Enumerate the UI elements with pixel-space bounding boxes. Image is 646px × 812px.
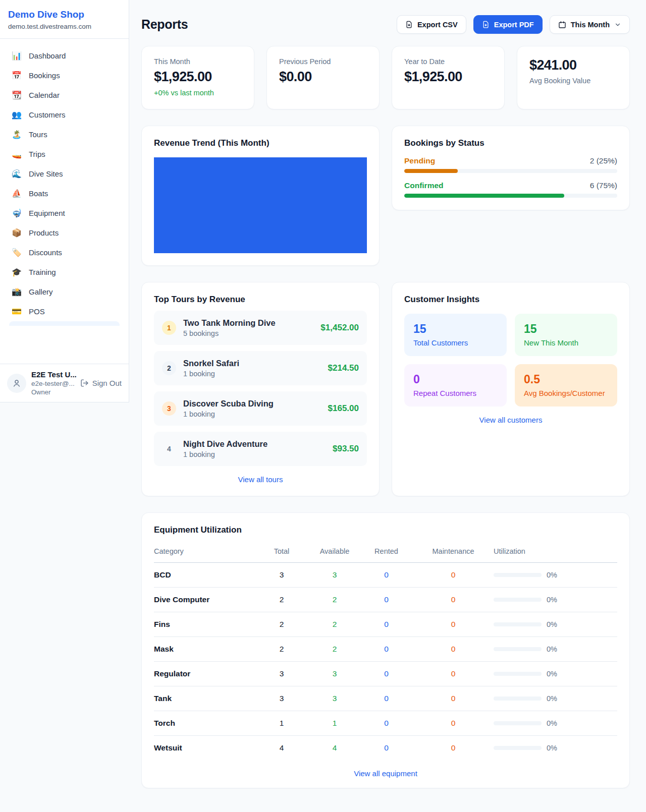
sidebar-item-bookings[interactable]: 📅 Bookings [6,66,123,85]
utilization-cell: 0% [494,596,617,604]
sidebar-item-label: Training [29,268,56,276]
sidebar-item-label: Dashboard [29,51,66,60]
sidebar-item-label: Tours [29,130,47,139]
stat-card-this-month: This Month $1,925.00 +0% vs last month [141,46,254,109]
sidebar-item-boats[interactable]: ⛵ Boats [6,184,123,203]
sign-out-button[interactable]: Sign Out [80,379,122,387]
sidebar-item-dashboard[interactable]: 📊 Dashboard [6,46,123,66]
utilization-bar [494,672,542,676]
insights-row: Top Tours by Revenue 1 Two Tank Morning … [141,282,630,496]
sidebar-item-tours[interactable]: 🏝️ Tours [6,125,123,144]
utilization-bar [494,573,542,577]
equipment-available: 3 [309,686,360,711]
sidebar-nav: 📊 Dashboard 📅 Bookings 📆 Calendar 👥 Cust… [0,39,129,356]
sidebar-item-gallery[interactable]: 📸 Gallery [6,282,123,302]
stat-card-previous-period: Previous Period $0.00 [266,46,380,109]
tile-new-this-month: 15 New This Month [515,314,617,356]
status-row-pending: Pending 2 (25%) [404,156,617,173]
stat-label: This Month [154,57,242,66]
column-header-available: Available [309,542,360,563]
tile-total-customers: 15 Total Customers [404,314,507,356]
sidebar-item-label: Customers [29,110,66,119]
utilization-cell: 0% [494,670,617,678]
export-pdf-label: Export PDF [494,21,534,29]
shop-domain: demo.test.divestreams.com [8,23,121,30]
equipment-rented: 0 [360,563,413,588]
progress-fill [404,169,458,173]
tag-icon: 🏷️ [11,248,22,257]
main-content: Reports Export CSV Export PDF This Month [129,0,646,812]
sidebar-item-equipment[interactable]: 🤿 Equipment [6,203,123,223]
stats-row: This Month $1,925.00 +0% vs last month P… [141,46,630,109]
sidebar-item-dive-sites[interactable]: 🌊 Dive Sites [6,164,123,184]
table-row: Mask 2 2 0 0 0% [154,637,617,662]
column-header-utilization: Utilization [494,542,617,563]
person-icon [12,379,21,388]
dashboard-icon: 📊 [11,51,22,61]
sidebar-item-label: Products [29,228,59,237]
tile-value: 15 [524,322,608,336]
sidebar-item-training[interactable]: 🎓 Training [6,262,123,282]
export-csv-button[interactable]: Export CSV [397,15,466,34]
stat-card-year-to-date: Year to Date $1,925.00 [392,46,505,109]
equipment-available: 3 [309,662,360,686]
sidebar-item-discounts[interactable]: 🏷️ Discounts [6,243,123,262]
sidebar-item-reports-partial[interactable] [9,321,120,326]
shop-name: Demo Dive Shop [8,9,121,20]
customer-insights-card: Customer Insights 15 Total Customers 15 … [392,282,630,496]
stat-value: $1,925.00 [404,69,492,85]
header-actions: Export CSV Export PDF This Month [397,15,630,34]
view-all-equipment-link[interactable]: View all equipment [154,769,617,778]
equipment-rented: 0 [360,662,413,686]
sidebar-item-label: Dive Sites [29,169,63,178]
view-all-tours-link[interactable]: View all tours [154,475,367,484]
sidebar-header: Demo Dive Shop demo.test.divestreams.com [0,0,129,39]
sidebar-item-products[interactable]: 📦 Products [6,223,123,243]
equipment-category: Torch [154,711,254,736]
tour-row: 2 Snorkel Safari 1 booking $214.50 [154,351,367,385]
equipment-maintenance: 0 [413,711,494,736]
utilization-bar [494,721,542,725]
equipment-category: Dive Computer [154,588,254,612]
utilization-bar [494,598,542,602]
tile-value: 15 [413,322,498,336]
equipment-category: Mask [154,637,254,662]
credit-card-icon: 💳 [11,307,22,316]
sidebar-item-label: POS [29,307,45,316]
sidebar-item-calendar[interactable]: 📆 Calendar [6,85,123,105]
equipment-category: Regulator [154,662,254,686]
sidebar-item-label: Calendar [29,91,60,99]
export-pdf-button[interactable]: Export PDF [473,15,543,34]
avatar [7,374,26,393]
island-icon: 🏝️ [11,130,22,139]
stat-label: Avg Booking Value [529,77,617,85]
tile-label: Avg Bookings/Customer [524,389,608,397]
calendar-icon: 📆 [11,90,22,100]
equipment-available: 2 [309,612,360,637]
period-dropdown[interactable]: This Month [550,15,630,34]
tour-bookings: 1 booking [183,370,239,378]
tile-label: New This Month [524,338,608,347]
sidebar: Demo Dive Shop demo.test.divestreams.com… [0,0,129,402]
sidebar-item-trips[interactable]: 🚤 Trips [6,144,123,164]
status-label: Pending [404,156,435,165]
equipment-rented: 0 [360,612,413,637]
equipment-utilization-title: Equipment Utilization [154,525,617,535]
file-download-icon [482,21,490,28]
sidebar-item-pos[interactable]: 💳 POS [6,302,123,321]
equipment-total: 1 [254,711,309,736]
view-all-customers-link[interactable]: View all customers [404,416,617,424]
speedboat-icon: 🚤 [11,149,22,159]
wave-icon: 🌊 [11,169,22,179]
equipment-total: 4 [254,736,309,761]
tour-revenue: $165.00 [328,403,359,414]
utilization-percent: 0% [547,694,557,703]
equipment-total: 2 [254,612,309,637]
equipment-rented: 0 [360,686,413,711]
utilization-cell: 0% [494,620,617,628]
equipment-available: 4 [309,736,360,761]
customer-insights-title: Customer Insights [404,295,617,305]
tour-revenue: $1,452.00 [320,323,359,333]
equipment-category: Fins [154,612,254,637]
sidebar-item-customers[interactable]: 👥 Customers [6,105,123,125]
